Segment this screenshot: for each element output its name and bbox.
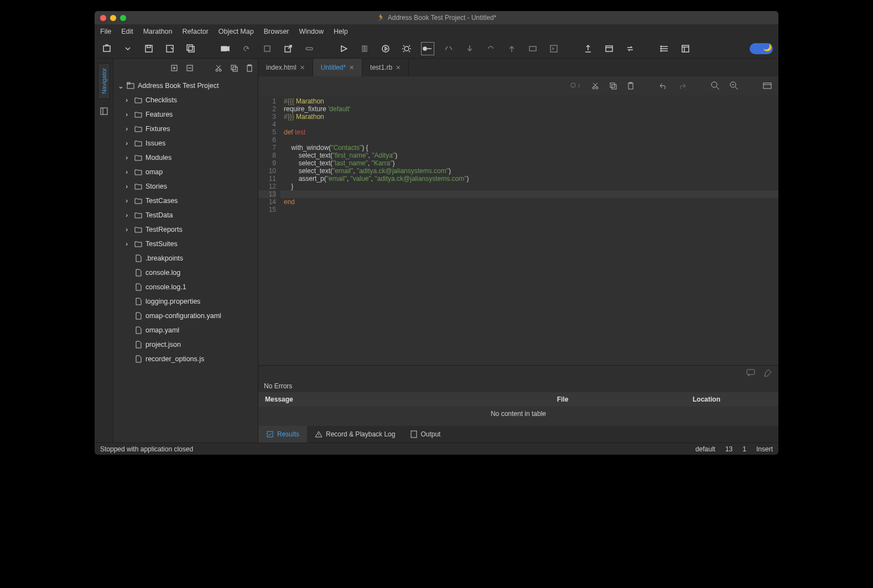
tree-file[interactable]: logging.properties	[113, 294, 258, 309]
tree-folder[interactable]: ›TestReports	[113, 222, 258, 237]
undo-icon[interactable]	[659, 82, 668, 90]
status-fixture[interactable]: default	[695, 445, 715, 453]
undo-button[interactable]	[240, 42, 253, 55]
tree-folder[interactable]: ›Features	[113, 107, 258, 122]
tree-file[interactable]: omap.yaml	[113, 323, 258, 337]
tree-file[interactable]: console.log	[113, 266, 258, 280]
tree-folder[interactable]: ›Stories	[113, 179, 258, 194]
cut-icon[interactable]	[215, 64, 222, 72]
code-editor[interactable]: 123456789101112131415 #{{{ Marathon requ…	[258, 95, 778, 365]
menu-object-map[interactable]: Object Map	[219, 28, 254, 35]
tree-file[interactable]: omap-configuration.yaml	[113, 309, 258, 323]
tree-item-label: Modules	[146, 154, 172, 162]
tree-folder[interactable]: ›Modules	[113, 150, 258, 165]
close-icon[interactable]: ✕	[300, 64, 305, 71]
new-project-button[interactable]	[100, 42, 113, 55]
tab-index-html[interactable]: index.html✕	[258, 59, 313, 76]
folder-icon	[134, 139, 142, 147]
tree-folder[interactable]: ›omap	[113, 165, 258, 179]
bottom-tab-output[interactable]: Output	[403, 426, 448, 443]
save-as-button[interactable]	[163, 42, 176, 55]
copy-icon[interactable]	[609, 82, 617, 90]
save-button[interactable]	[142, 42, 155, 55]
step-into-button[interactable]	[463, 42, 476, 55]
record-button[interactable]	[219, 42, 232, 55]
maximize-window-button[interactable]	[120, 15, 126, 21]
play-button[interactable]	[337, 42, 350, 55]
clear-icon[interactable]	[764, 369, 772, 377]
tree-file[interactable]: console.log.1	[113, 280, 258, 294]
pause-button[interactable]	[358, 42, 371, 55]
report-button[interactable]	[602, 42, 616, 55]
search-dropdown-icon[interactable]	[570, 82, 581, 90]
tree-folder[interactable]: ›TestCases	[113, 194, 258, 208]
tree-folder[interactable]: ›Fixtures	[113, 122, 258, 136]
status-mode[interactable]: Insert	[756, 445, 773, 453]
tree-file[interactable]: .breakpoints	[113, 251, 258, 266]
list-button[interactable]	[658, 42, 671, 55]
layout-button[interactable]	[679, 42, 692, 55]
collapse-all-icon[interactable]	[186, 64, 194, 72]
menu-browser[interactable]: Browser	[264, 28, 289, 35]
player-console-button[interactable]	[547, 42, 560, 55]
table-body: No content in table	[258, 407, 778, 426]
bottom-tab-results[interactable]: Results	[258, 426, 307, 443]
bottom-panel: No Errors Message File Location No conte…	[258, 365, 778, 443]
search-icon[interactable]	[711, 81, 720, 90]
tree-file[interactable]: project.json	[113, 337, 258, 352]
menu-file[interactable]: File	[100, 28, 111, 35]
col-message[interactable]: Message	[258, 396, 491, 403]
open-external-button[interactable]	[282, 42, 295, 55]
svg-point-25	[661, 50, 662, 51]
menu-window[interactable]: Window	[299, 28, 324, 35]
close-icon[interactable]: ✕	[349, 64, 354, 71]
menu-edit[interactable]: Edit	[121, 28, 133, 35]
settings-icon[interactable]	[763, 82, 772, 90]
comment-icon[interactable]	[746, 369, 755, 377]
tree-folder[interactable]: ›TestData	[113, 208, 258, 222]
tab-test1-rb[interactable]: test1.rb✕	[362, 59, 409, 76]
navigator-tab[interactable]: Navigator	[98, 63, 110, 99]
menu-help[interactable]: Help	[334, 28, 348, 35]
breakpoint-toggle-button[interactable]	[421, 42, 434, 55]
step-return-button[interactable]	[484, 42, 497, 55]
col-location[interactable]: Location	[635, 396, 778, 403]
project-tree[interactable]: ⌄ Address Book Test Project ›Checklists›…	[113, 77, 258, 443]
tree-file[interactable]: recorder_options.js	[113, 352, 258, 366]
link-button[interactable]	[303, 42, 316, 55]
tree-root[interactable]: ⌄ Address Book Test Project	[113, 79, 258, 93]
expand-all-icon[interactable]	[170, 64, 178, 72]
save-all-button[interactable]	[184, 42, 198, 55]
navigator-icon[interactable]	[96, 103, 112, 119]
paste-icon[interactable]	[627, 82, 635, 90]
redo-icon[interactable]	[678, 82, 687, 90]
stop-button[interactable]	[261, 42, 274, 55]
step-out-button[interactable]	[505, 42, 518, 55]
col-file[interactable]: File	[491, 396, 635, 403]
tree-folder[interactable]: ›TestSuites	[113, 237, 258, 251]
resume-button[interactable]	[526, 42, 539, 55]
side-tab-bar: Navigator	[95, 59, 113, 443]
dropdown-button[interactable]	[121, 42, 134, 55]
theme-toggle[interactable]	[750, 43, 773, 54]
tree-item-label: TestSuites	[146, 240, 178, 248]
bottom-tab-log[interactable]: Record & Playback Log	[307, 426, 403, 443]
export-button[interactable]	[581, 42, 595, 55]
menu-marathon[interactable]: Marathon	[143, 28, 173, 35]
tree-folder[interactable]: ›Issues	[113, 136, 258, 150]
tab-untitled[interactable]: Untitled*✕	[313, 59, 362, 76]
cut-icon[interactable]	[591, 82, 599, 90]
zoom-icon[interactable]	[730, 81, 739, 90]
paste-icon[interactable]	[246, 64, 253, 72]
minimize-window-button[interactable]	[110, 15, 116, 21]
close-window-button[interactable]	[100, 15, 106, 21]
debug-button[interactable]	[400, 42, 413, 55]
close-icon[interactable]: ✕	[396, 64, 401, 71]
step-over-button[interactable]	[442, 42, 455, 55]
copy-icon[interactable]	[230, 64, 238, 72]
loop-button[interactable]	[623, 42, 637, 55]
menu-refactor[interactable]: Refactor	[183, 28, 209, 35]
slow-play-button[interactable]	[379, 42, 392, 55]
tree-folder[interactable]: ›Checklists	[113, 93, 258, 107]
svg-rect-18	[606, 46, 612, 51]
